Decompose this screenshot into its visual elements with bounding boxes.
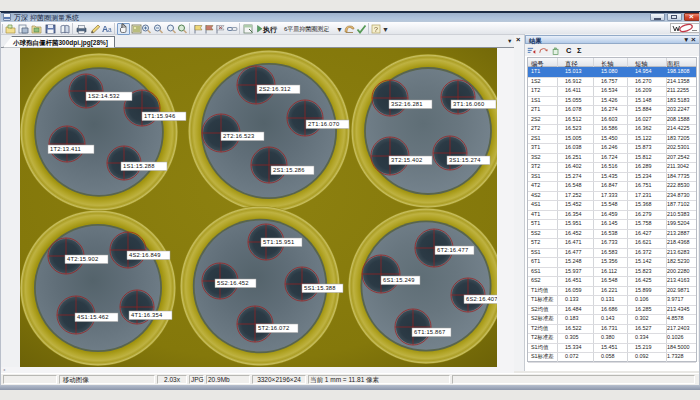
svg-text:3S1:15.274: 3S1:15.274: [449, 157, 481, 163]
svg-text:?: ?: [374, 26, 378, 33]
svg-text:2S1:15.286: 2S1:15.286: [273, 167, 305, 173]
svg-text:6S1:15.249: 6S1:15.249: [383, 277, 415, 283]
svg-text:4T1:16.354: 4T1:16.354: [131, 312, 163, 318]
svg-text:5S2:16.452: 5S2:16.452: [217, 280, 249, 286]
svg-text:6S2:16.407: 6S2:16.407: [466, 296, 497, 302]
svg-text:3S2:16.281: 3S2:16.281: [391, 101, 423, 107]
svg-text:1S2:14.532: 1S2:14.532: [88, 93, 120, 99]
svg-text:1T2:13.411: 1T2:13.411: [50, 146, 81, 152]
svg-text:4S1:15.462: 4S1:15.462: [77, 314, 109, 320]
svg-text:3T2:15.402: 3T2:15.402: [391, 157, 422, 163]
svg-text:2T2:16.523: 2T2:16.523: [223, 133, 254, 139]
svg-text:5T2:16.072: 5T2:16.072: [258, 325, 289, 331]
svg-text:6T2:16.477: 6T2:16.477: [437, 247, 468, 253]
svg-text:5S1:15.388: 5S1:15.388: [304, 285, 336, 291]
svg-text:5T1:15.951: 5T1:15.951: [263, 239, 294, 245]
svg-text:1S1:15.288: 1S1:15.288: [123, 163, 155, 169]
svg-text:1T1:15.946: 1T1:15.946: [144, 113, 175, 119]
svg-text:3T1:16.060: 3T1:16.060: [453, 101, 484, 107]
svg-text:2T1:16.070: 2T1:16.070: [308, 121, 339, 127]
svg-text:4T2:15.902: 4T2:15.902: [67, 256, 98, 262]
svg-text:a: a: [108, 26, 112, 33]
svg-text:6T1:15.867: 6T1:15.867: [414, 329, 445, 335]
svg-text:4S2:16.849: 4S2:16.849: [129, 252, 161, 258]
svg-text:2S2:16.312: 2S2:16.312: [259, 86, 291, 92]
